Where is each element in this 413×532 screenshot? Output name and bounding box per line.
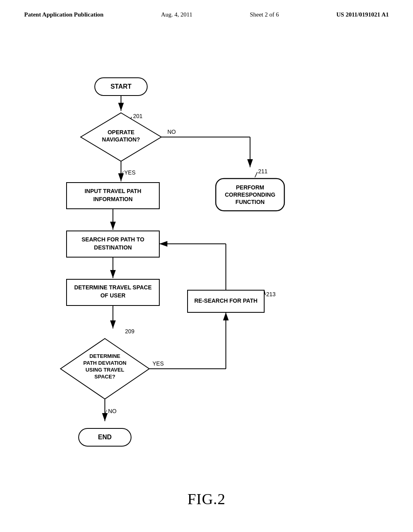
node-213-label: RE-SEARCH FOR PATH [194, 297, 258, 304]
node-209-label2: PATH DEVIATION [83, 360, 127, 366]
node-205-label1: SEARCH FOR PATH TO [81, 236, 144, 243]
ref-201: 201 [133, 113, 143, 119]
ref-211-tick [255, 172, 257, 177]
node-211-label3: FUNCTION [236, 199, 265, 205]
start-label: START [111, 83, 131, 90]
ref-213: 213 [266, 291, 276, 297]
page-header: Patent Application Publication Aug. 4, 2… [0, 0, 413, 18]
label-no2: NO [108, 408, 117, 414]
label-yes2: YES [152, 360, 164, 367]
node-201-label1: OPERATE [108, 129, 135, 135]
node-209-label4: SPACE? [94, 374, 115, 380]
publication-date: Aug. 4, 2011 [161, 11, 192, 18]
sheet-info: Sheet 2 of 6 [250, 11, 279, 18]
ref-211: 211 [258, 168, 268, 175]
flowchart-svg: START 201 OPERATE NAVIGATION? NO 211 PER… [0, 62, 413, 486]
label-yes1: YES [124, 169, 136, 176]
label-no: NO [167, 129, 176, 135]
node-207-label2: OF USER [100, 292, 125, 299]
figure-caption: FIG.2 [0, 490, 413, 508]
node-207-label1: DETERMINE TRAVEL SPACE [74, 284, 152, 291]
node-203-label1: INPUT TRAVEL PATH [85, 188, 142, 194]
node-201-label2: NAVIGATION? [102, 136, 140, 143]
flowchart: START 201 OPERATE NAVIGATION? NO 211 PER… [0, 62, 413, 486]
publication-title: Patent Application Publication [24, 11, 104, 18]
patent-number: US 2011/0191021 A1 [336, 11, 389, 18]
ref-209: 209 [125, 328, 135, 335]
node-211-label2: CORRESPONDING [225, 191, 275, 198]
node-205-label2: DESTINATION [94, 244, 132, 251]
end-label: END [98, 434, 112, 441]
node-209-label3: USING TRAVEL [86, 367, 124, 373]
node-211-label1: PERFORM [236, 184, 264, 191]
node-209-label1: DETERMINE [90, 353, 121, 359]
node-203-label2: INFORMATION [93, 196, 133, 202]
